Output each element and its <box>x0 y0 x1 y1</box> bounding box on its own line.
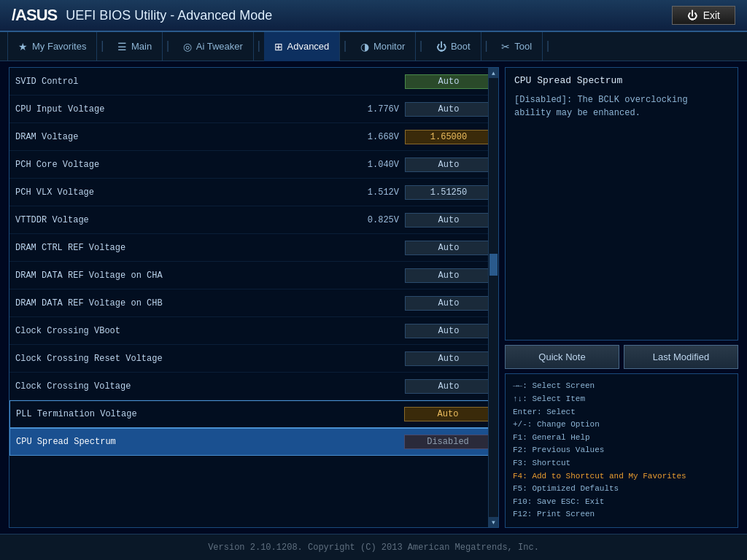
setting-clock-crossing-reset[interactable]: Clock Crossing Reset Voltage Auto <box>9 345 498 373</box>
shortcut-enter: Enter: Select <box>513 406 730 419</box>
navbar: ★ My Favorites | ☰ Main | ◎ Ai Tweaker |… <box>0 32 747 61</box>
shortcut-change: +/-: Change Option <box>513 419 730 432</box>
setting-dram-ctrl-ref[interactable]: DRAM CTRL REF Voltage Auto <box>9 234 498 262</box>
asus-logo: /ASUS <box>12 6 57 25</box>
nav-sep-4: | <box>340 40 350 53</box>
setting-cpu-input-voltage[interactable]: CPU Input Voltage 1.776V Auto <box>9 96 498 123</box>
setting-cpu-spread-spectrum[interactable]: CPU Spread Spectrum Disabled <box>9 428 498 456</box>
exit-label: Exit <box>703 9 720 21</box>
shortcut-select-item: ↑↓: Select Item <box>513 393 730 406</box>
nav-tool[interactable]: ✂ Tool <box>491 32 543 61</box>
cpu-spread-value[interactable]: Disabled <box>404 435 492 449</box>
setting-svid-control[interactable]: SVID Control Auto <box>9 68 498 96</box>
monitor-icon: ◑ <box>360 41 369 52</box>
nav-sep-3: | <box>254 40 264 53</box>
info-text: [Disabled]: The BCLK overclockingability… <box>514 93 729 120</box>
shortcut-select-screen: →←: Select Screen <box>513 380 730 393</box>
nav-favorites-label: My Favorites <box>32 41 86 52</box>
nav-boot-label: Boot <box>451 41 471 52</box>
header-logo: /ASUS UEFI BIOS Utility - Advanced Mode <box>12 6 272 25</box>
shortcut-f3: F3: Shortcut <box>513 457 730 470</box>
nav-sep-1: | <box>97 40 107 53</box>
shortcut-f5: F5: Optimized Defaults <box>513 483 730 496</box>
setting-clock-crossing-vboot[interactable]: Clock Crossing VBoot Auto <box>9 317 498 345</box>
pch-vlx-value[interactable]: 1.51250 <box>405 185 492 200</box>
setting-dram-data-ref-cha[interactable]: DRAM DATA REF Voltage on CHA Auto <box>9 262 498 289</box>
nav-sep-2: | <box>163 40 173 53</box>
footer-text: Version 2.10.1208. Copyright (C) 2013 Am… <box>208 542 539 553</box>
pll-term-value[interactable]: Auto <box>404 407 492 421</box>
shortcut-f4: F4: Add to Shortcut and My Favorites <box>513 470 730 483</box>
star-icon: ★ <box>18 41 28 52</box>
clock-reset-value[interactable]: Auto <box>405 351 492 366</box>
nav-tool-label: Tool <box>514 41 532 52</box>
nav-sep-7: | <box>543 40 553 53</box>
scroll-track[interactable] <box>489 78 498 517</box>
boot-icon: ⏻ <box>436 41 446 52</box>
shortcut-f2: F2: Previous Values <box>513 444 730 457</box>
shortcuts-box: →←: Select Screen ↑↓: Select Item Enter:… <box>505 373 738 528</box>
clock-crossing-value[interactable]: Auto <box>405 379 492 394</box>
dram-data-chb-value[interactable]: Auto <box>405 296 492 311</box>
setting-pch-core-voltage[interactable]: PCH Core Voltage 1.040V Auto <box>9 151 498 179</box>
info-box: CPU Spread Spectrum [Disabled]: The BCLK… <box>505 67 738 341</box>
setting-clock-crossing-voltage[interactable]: Clock Crossing Voltage Auto <box>9 373 498 400</box>
dram-ctrl-value[interactable]: Auto <box>405 241 492 255</box>
scroll-up[interactable]: ▲ <box>489 68 499 78</box>
vttddr-value[interactable]: Auto <box>405 213 492 228</box>
scroll-thumb <box>489 254 498 276</box>
exit-button[interactable]: ⏻ Exit <box>672 6 735 25</box>
setting-dram-data-ref-chb[interactable]: DRAM DATA REF Voltage on CHB Auto <box>9 289 498 317</box>
setting-pll-termination[interactable]: PLL Termination Voltage Auto <box>9 400 498 428</box>
nav-advanced-label: Advanced <box>287 41 330 52</box>
svid-value[interactable]: Auto <box>405 74 492 89</box>
settings-panel: SVID Control Auto CPU Input Voltage 1.77… <box>9 67 499 528</box>
shortcut-f10: F10: Save ESC: Exit <box>513 496 730 509</box>
header-title: UEFI BIOS Utility - Advanced Mode <box>66 8 272 23</box>
header: /ASUS UEFI BIOS Utility - Advanced Mode … <box>0 0 747 32</box>
setting-vttddr-voltage[interactable]: VTTDDR Voltage 0.825V Auto <box>9 206 498 234</box>
nav-advanced[interactable]: ⊞ Advanced <box>264 32 341 61</box>
clock-vboot-value[interactable]: Auto <box>405 324 492 338</box>
shortcut-f12: F12: Print Screen <box>513 508 730 521</box>
quick-note-button[interactable]: Quick Note <box>505 345 619 369</box>
setting-pch-vlx-voltage[interactable]: PCH VLX Voltage 1.512V 1.51250 <box>9 179 498 206</box>
action-buttons: Quick Note Last Modified <box>505 345 738 369</box>
main-content: SVID Control Auto CPU Input Voltage 1.77… <box>0 61 747 534</box>
dram-value[interactable]: 1.65000 <box>405 130 492 144</box>
info-title: CPU Spread Spectrum <box>514 75 729 86</box>
nav-monitor-label: Monitor <box>374 41 405 52</box>
footer: Version 2.10.1208. Copyright (C) 2013 Am… <box>0 534 747 560</box>
scrollbar[interactable]: ▲ ▼ <box>488 68 498 527</box>
cpu-input-value[interactable]: Auto <box>405 102 492 117</box>
settings-list: SVID Control Auto CPU Input Voltage 1.77… <box>9 68 498 456</box>
nav-ai-label: Ai Tweaker <box>196 41 243 52</box>
nav-main-label: Main <box>131 41 152 52</box>
list-icon: ☰ <box>117 41 127 52</box>
setting-dram-voltage[interactable]: DRAM Voltage 1.668V 1.65000 <box>9 123 498 151</box>
nav-sep-5: | <box>416 40 426 53</box>
shortcut-f1: F1: General Help <box>513 432 730 445</box>
nav-favorites[interactable]: ★ My Favorites <box>7 32 97 61</box>
nav-monitor[interactable]: ◑ Monitor <box>350 32 416 61</box>
nav-boot[interactable]: ⏻ Boot <box>426 32 481 61</box>
advanced-icon: ⊞ <box>274 41 283 52</box>
nav-main[interactable]: ☰ Main <box>107 32 163 61</box>
scroll-down[interactable]: ▼ <box>489 517 499 527</box>
last-modified-button[interactable]: Last Modified <box>624 345 738 369</box>
tool-icon: ✂ <box>501 41 510 52</box>
ai-icon: ◎ <box>183 41 192 52</box>
dram-data-cha-value[interactable]: Auto <box>405 268 492 283</box>
nav-ai-tweaker[interactable]: ◎ Ai Tweaker <box>173 32 254 61</box>
pch-core-value[interactable]: Auto <box>405 158 492 172</box>
nav-sep-6: | <box>481 40 492 53</box>
power-icon: ⏻ <box>687 9 697 21</box>
right-panel: CPU Spread Spectrum [Disabled]: The BCLK… <box>505 67 738 528</box>
